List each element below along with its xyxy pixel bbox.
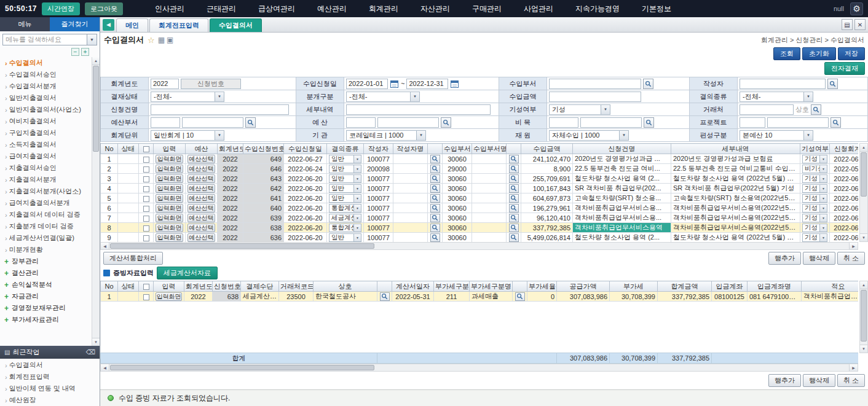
grid1-row[interactable]: 7입력화면예산선택20226392022-06-20세금계산서▼10007730… [101,213,859,223]
row-checkbox[interactable] [143,216,149,222]
sidebar-item[interactable]: ›일반지출결의서 [0,92,92,104]
search-button[interactable] [430,204,440,213]
top-menu-item[interactable]: 회계관리 [369,4,398,14]
extend-time-button[interactable]: 시간연장 [42,2,80,15]
sidebar-group[interactable]: +장부관리 [0,256,92,267]
input-screen-button[interactable]: 입력화면 [156,184,183,193]
search-button[interactable] [380,292,390,301]
item-code-input[interactable] [549,117,578,128]
search-button[interactable] [509,214,519,222]
budget-select-button[interactable]: 예산선택 [187,165,215,173]
completion-select[interactable]: 기성▼ [802,184,827,193]
sidebar-item[interactable]: ›여비지출결의서 [0,115,92,127]
decision-type-select[interactable]: 일반▼ [329,233,361,242]
grid1-row[interactable]: 6입력화면예산선택20226402022-06-20통합계산서▼10007730… [101,203,859,213]
calendar-icon[interactable] [450,79,459,88]
sidebar-item[interactable]: ›지출결의서분개(사업소) [0,185,92,197]
tab[interactable]: 회계전표입력 [149,18,208,32]
journal-type-select[interactable]: -전체-▼ [346,92,420,102]
logout-button[interactable]: 로그아웃 [85,2,123,15]
top-menu-item[interactable]: 인사관리 [155,4,184,14]
scrollbar-thumb[interactable] [861,290,867,342]
decision-type-select[interactable]: 일반▼ [329,184,361,193]
search-button[interactable] [430,165,440,173]
completion-select[interactable]: 기성▼ [549,104,610,115]
completion-select[interactable]: 비기성▼ [802,165,827,173]
date-from-input[interactable] [346,79,388,89]
grid1-vscrollbar[interactable]: ▲ ▼ [859,143,868,242]
top-menu-item[interactable]: 자산관리 [420,4,450,14]
search-button[interactable] [245,117,256,128]
search-button[interactable] [509,233,519,242]
tab-list-icon[interactable]: ▤ [842,19,853,30]
row-checkbox[interactable] [143,235,149,241]
scrollbar-thumb[interactable] [110,243,374,249]
gear-icon[interactable]: ⚙ [850,2,863,15]
scrollbar-thumb[interactable] [93,66,99,152]
grid2-row[interactable]: 1입력화면2022638세금계산서/...23500한국철도공사2022-05-… [101,292,859,302]
search-button[interactable] [430,184,440,193]
date-to-input[interactable] [406,79,448,89]
sidebar-item[interactable]: ›지출분개 데이터 검증 [0,221,92,232]
budget-select-button[interactable]: 예산선택 [187,174,215,183]
decision-type-select[interactable]: 일반▼ [329,155,361,163]
sidebar-group[interactable]: +부가세자료관리 [0,314,92,326]
grid2-hscrollbar[interactable]: ◀ ▶ [100,364,858,372]
detail-input[interactable] [346,104,491,115]
scroll-up-icon[interactable]: ▲ [860,281,867,289]
popup-icon[interactable]: ▣ [167,36,173,44]
scroll-down-icon[interactable]: ▼ [860,345,867,353]
input-screen-button[interactable]: 입력화면 [156,194,183,203]
request-no-input[interactable] [181,79,241,89]
search-button[interactable] [515,292,525,301]
calendar-icon[interactable] [390,79,399,88]
input-screen-button[interactable]: 입력화면 [156,165,183,173]
row-checkbox[interactable] [143,225,149,232]
budget-input[interactable] [377,117,439,128]
sidebar-item[interactable]: ›소득지출결의서 [0,139,92,150]
refresh-icon[interactable]: ▦ [158,36,165,44]
sidebar-item[interactable]: ›미분개현황 [0,244,92,256]
search-button[interactable] [430,174,440,183]
top-menu-item[interactable]: 기본정보 [642,4,671,14]
grid1-row[interactable]: 5입력화면예산선택20226412022-06-20일반▼10007730060… [101,193,859,203]
project-code-input[interactable] [740,117,765,128]
sidebar-item[interactable]: ›수입결의서 [0,57,92,69]
scroll-up-icon[interactable]: ▲ [92,57,100,65]
vendor-input[interactable] [740,104,794,115]
sidebar-tab-menu[interactable]: 메뉴 [0,17,50,31]
budget-select-button[interactable]: 예산선택 [187,224,215,232]
input-screen-button[interactable]: 입력화면 [156,174,183,183]
decision-type-select[interactable]: 세금계산서▼ [329,214,361,222]
sidebar-group[interactable]: +결산관리 [0,267,92,279]
eapproval-button[interactable]: 전자결재 [824,62,865,75]
input-screen-button[interactable]: 입력화면 [156,214,183,222]
decision-type-select[interactable]: -전체-▼ [740,92,813,102]
scroll-left-icon[interactable]: ◀ [101,243,109,249]
sidebar-item[interactable]: ›수입결의서분개 [0,80,92,92]
budget-select-button[interactable]: 예산선택 [187,194,215,203]
search-button[interactable] [831,117,841,128]
search-button[interactable] [509,194,519,203]
search-button[interactable] [811,104,821,115]
decision-type-select[interactable]: 일반▼ [329,174,361,183]
sidebar-group[interactable]: +손익실적분석 [0,279,92,291]
menu-search-select[interactable]: 메뉴를 검색하세요 ▼ [2,34,97,45]
save-button[interactable]: 저장 [838,47,865,60]
item-input[interactable] [580,117,642,128]
input-screen-button[interactable]: 입력화면 [156,204,183,213]
search-button[interactable] [430,214,440,222]
decision-type-select[interactable]: 일반▼ [329,165,361,173]
search-button[interactable] [827,79,838,89]
sidebar-item[interactable]: ›지출결의서분개 [0,174,92,185]
search-button[interactable] [430,155,440,163]
top-menu-item[interactable]: 예산관리 [317,4,347,14]
sidebar-scrollbar[interactable]: ▲ ▼ [92,57,100,346]
completion-select[interactable]: 기성▼ [802,194,827,203]
search-button[interactable] [509,155,519,163]
input-screen-button[interactable]: 입력화면 [156,233,183,242]
completion-select[interactable]: 기성▼ [802,214,827,222]
chevron-down-icon[interactable]: ▼ [87,34,97,45]
budget-select-button[interactable]: 예산선택 [187,155,215,163]
sidebar-item[interactable]: ›급여지출결의서 [0,150,92,162]
